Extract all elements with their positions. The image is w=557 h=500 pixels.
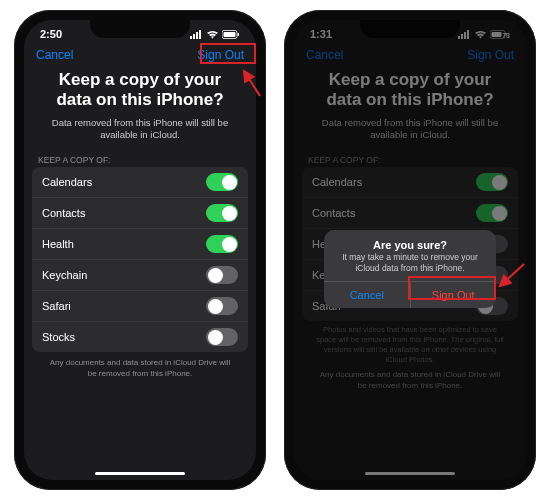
toggle-switch[interactable]: [206, 235, 238, 253]
svg-rect-2: [196, 32, 198, 39]
list-row: Calendars: [32, 167, 248, 198]
cancel-button[interactable]: Cancel: [36, 48, 73, 62]
alert-message: It may take a minute to remove your iClo…: [324, 252, 496, 281]
toggle-knob: [222, 206, 237, 221]
footnote: Any documents and data stored in iCloud …: [24, 352, 256, 385]
alert-signout-button[interactable]: Sign Out: [410, 282, 497, 308]
toggle-knob: [222, 237, 237, 252]
svg-rect-5: [224, 32, 236, 37]
page-subtitle: Data removed from this iPhone will still…: [44, 117, 236, 142]
wifi-icon: [206, 30, 219, 39]
list-row: Health: [32, 229, 248, 260]
row-label: Stocks: [42, 331, 75, 343]
toggle-knob: [208, 268, 223, 283]
title-block: Keep a copy of your data on this iPhone?…: [24, 66, 256, 149]
row-label: Calendars: [42, 176, 92, 188]
toggle-switch[interactable]: [206, 328, 238, 346]
time-label: 2:50: [40, 28, 62, 40]
signal-icon: [190, 30, 203, 39]
page-title: Keep a copy of your data on this iPhone?: [44, 70, 236, 111]
toggle-switch[interactable]: [206, 204, 238, 222]
list-row: Contacts: [32, 198, 248, 229]
battery-icon: [222, 30, 240, 39]
home-indicator[interactable]: [95, 472, 185, 476]
toggle-knob: [222, 175, 237, 190]
data-copy-list: CalendarsContactsHealthKeychainSafariSto…: [32, 167, 248, 352]
alert-title: Are you sure?: [324, 230, 496, 252]
svg-rect-3: [199, 30, 201, 39]
notch: [90, 20, 190, 38]
list-row: Keychain: [32, 260, 248, 291]
svg-rect-6: [238, 33, 240, 36]
toggle-switch[interactable]: [206, 266, 238, 284]
row-label: Contacts: [42, 207, 85, 219]
alert-buttons: Cancel Sign Out: [324, 281, 496, 308]
svg-rect-0: [190, 36, 192, 39]
list-row: Safari: [32, 291, 248, 322]
row-label: Safari: [42, 300, 71, 312]
alert-cancel-button[interactable]: Cancel: [324, 282, 410, 308]
right-phone: 1:31 73 Cancel Sign Out Keep a copy of y…: [284, 10, 536, 490]
sign-out-button[interactable]: Sign Out: [197, 48, 244, 62]
toggle-switch[interactable]: [206, 173, 238, 191]
nav-bar: Cancel Sign Out: [24, 42, 256, 66]
list-row: Stocks: [32, 322, 248, 352]
svg-rect-1: [193, 34, 195, 39]
right-screen: 1:31 73 Cancel Sign Out Keep a copy of y…: [294, 20, 526, 480]
toggle-knob: [208, 330, 223, 345]
section-header: KEEP A COPY OF:: [24, 149, 256, 167]
row-label: Health: [42, 238, 74, 250]
left-screen: 2:50 Cancel Sign Out Keep a copy of your…: [24, 20, 256, 480]
confirm-alert: Are you sure? It may take a minute to re…: [324, 230, 496, 308]
row-label: Keychain: [42, 269, 87, 281]
status-icons: [190, 30, 240, 39]
toggle-switch[interactable]: [206, 297, 238, 315]
toggle-knob: [208, 299, 223, 314]
left-phone: 2:50 Cancel Sign Out Keep a copy of your…: [14, 10, 266, 490]
